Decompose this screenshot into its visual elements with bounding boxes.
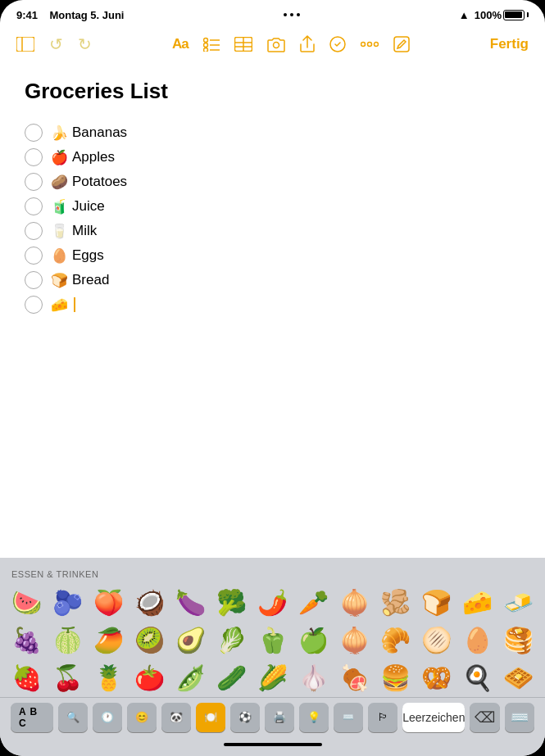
list-item-current[interactable]: 🧀 [25, 292, 520, 317]
emoji-broccoli[interactable]: 🥦 [211, 584, 251, 620]
emoji-corn[interactable]: 🌽 [252, 659, 292, 695]
fertig-button[interactable]: Fertig [490, 36, 529, 52]
camera-icon[interactable] [267, 37, 285, 52]
emoji-blueberry[interactable]: 🫐 [48, 584, 87, 620]
emoji-green-pepper[interactable]: 🫑 [252, 622, 292, 658]
table-icon[interactable] [234, 37, 252, 52]
svg-point-2 [203, 38, 207, 43]
check-circle-3[interactable] [25, 173, 43, 191]
emoji-mango[interactable]: 🥭 [89, 622, 128, 658]
more-icon[interactable] [361, 41, 379, 48]
emoji-pancakes[interactable]: 🥞 [499, 622, 538, 658]
time-date: 9:41 Montag 5. Juni [16, 9, 124, 21]
emoji-garlic[interactable]: 🧄 [294, 659, 334, 695]
travel-button[interactable]: 🖨️ [265, 703, 294, 732]
animals-button[interactable]: 🐼 [161, 703, 191, 732]
emoji-bread[interactable]: 🍞 [417, 584, 456, 620]
markup-icon[interactable] [329, 36, 346, 52]
check-circle-5[interactable] [25, 222, 43, 240]
search-button[interactable]: 🔍 [58, 703, 88, 732]
food-button[interactable]: 🍽️ [196, 703, 225, 732]
toolbar-center: Aa [107, 35, 475, 53]
list-item[interactable]: 🥚 Eggs [25, 243, 520, 268]
emoji-melon[interactable]: 🍈 [48, 622, 87, 658]
list-item[interactable]: 🧃 Juice [25, 194, 520, 219]
format-text-icon[interactable]: Aa [172, 36, 188, 52]
emoji-watermelon[interactable]: 🍉 [7, 584, 46, 620]
objects-button[interactable]: 💡 [299, 703, 329, 732]
dot1 [284, 13, 287, 16]
emoji-lettuce[interactable]: 🥬 [211, 622, 251, 658]
list-item[interactable]: 🍌 Bananas [25, 120, 520, 145]
emoji-coconut[interactable]: 🥥 [129, 584, 169, 620]
list-item[interactable]: 🍞 Bread [25, 268, 520, 292]
recents-button[interactable]: 🕐 [93, 703, 122, 732]
check-circle-6[interactable] [25, 247, 43, 265]
note-title[interactable]: Groceries List [25, 79, 520, 104]
emoji-peach[interactable]: 🍑 [89, 584, 128, 620]
flags-button[interactable]: 🏳 [368, 703, 397, 732]
emoji-oil[interactable]: 🫚 [376, 584, 416, 620]
emoji-green-apple[interactable]: 🍏 [294, 622, 334, 658]
space-button[interactable]: Leerzeichen [402, 703, 465, 732]
item-text-6: 🥚 Eggs [51, 247, 104, 265]
list-item[interactable]: 🥛 Milk [25, 219, 520, 243]
emoji-strawberry[interactable]: 🍓 [7, 659, 46, 695]
check-circle-4[interactable] [25, 197, 43, 215]
check-circle-7[interactable] [25, 271, 43, 289]
emoji-flatbread[interactable]: 🫓 [417, 622, 456, 658]
check-circle-2[interactable] [25, 148, 43, 166]
toolbar-right: Fertig [490, 36, 529, 52]
emoji-keyboard: ESSEN & TRINKEN 🍉 🫐 🍑 🥥 🍆 🥦 🌶️ 🥕 🧅 🫚 🍞 🧀… [0, 558, 545, 740]
share-icon[interactable] [300, 35, 315, 53]
emoji-pepper[interactable]: 🌶️ [252, 584, 292, 620]
emoji-tomato[interactable]: 🍅 [129, 659, 169, 695]
list-item[interactable]: 🥔 Potatoes [25, 170, 520, 194]
emoji-category-label: ESSEN & TRINKEN [0, 566, 545, 584]
redo-icon[interactable]: ↻ [78, 34, 92, 54]
svg-point-14 [361, 43, 365, 47]
abc-button[interactable]: A B C [11, 703, 53, 732]
emoji-waffle[interactable]: 🧇 [499, 659, 538, 695]
emoji-avocado[interactable]: 🥑 [170, 622, 210, 658]
keyboard-switch-button[interactable]: ⌨️ [505, 703, 534, 732]
activities-button[interactable]: ⚽ [230, 703, 260, 732]
dot3 [297, 13, 300, 16]
emoji-frying-pan[interactable]: 🍳 [458, 659, 497, 695]
delete-button[interactable]: ⌫ [470, 703, 499, 732]
check-circle-1[interactable] [25, 124, 43, 142]
home-indicator-area [0, 740, 545, 756]
emoji-kiwi[interactable]: 🥝 [129, 622, 169, 658]
emoji-onion2[interactable]: 🧅 [335, 622, 375, 658]
sidebar-icon[interactable] [16, 37, 34, 52]
emoji-peas[interactable]: 🫛 [170, 659, 210, 695]
emoji-cucumber[interactable]: 🥒 [211, 659, 251, 695]
emoji-pretzel[interactable]: 🥨 [417, 659, 456, 695]
emoji-cheese[interactable]: 🧀 [458, 584, 497, 620]
emoji-onion[interactable]: 🧅 [335, 584, 375, 620]
undo-icon[interactable]: ↺ [49, 34, 63, 54]
list-item[interactable]: 🍎 Apples [25, 145, 520, 170]
emoji-eggplant[interactable]: 🍆 [170, 584, 210, 620]
time: 9:41 [16, 9, 38, 21]
status-right: ▲ 100% [459, 9, 529, 21]
symbols-button[interactable]: ⌨️ [334, 703, 363, 732]
emoji-burger[interactable]: 🍔 [376, 659, 416, 695]
item-text-2: 🍎 Apples [51, 149, 115, 166]
wifi-icon: ▲ [459, 9, 470, 21]
emoji-butter[interactable]: 🧈 [499, 584, 538, 620]
emoji-carrot[interactable]: 🥕 [294, 584, 334, 620]
smileys-button[interactable]: 😊 [127, 703, 157, 732]
edit-icon[interactable] [393, 36, 410, 52]
checklist-icon[interactable] [203, 37, 220, 52]
battery: 100% [475, 9, 529, 21]
checklist: 🍌 Bananas 🍎 Apples 🥔 Potatoes 🧃 Juice 🥛 … [25, 120, 520, 317]
emoji-croissant[interactable]: 🥐 [376, 622, 416, 658]
emoji-cherry[interactable]: 🍒 [48, 659, 87, 695]
check-circle-8[interactable] [25, 296, 43, 314]
emoji-egg[interactable]: 🥚 [458, 622, 497, 658]
emoji-meat[interactable]: 🍖 [335, 659, 375, 695]
emoji-row-2: 🍇 🍈 🥭 🥝 🥑 🥬 🫑 🍏 🧅 🥐 🫓 🥚 🥞 [0, 622, 545, 659]
emoji-pineapple[interactable]: 🍍 [89, 659, 128, 695]
emoji-grapes[interactable]: 🍇 [7, 622, 46, 658]
